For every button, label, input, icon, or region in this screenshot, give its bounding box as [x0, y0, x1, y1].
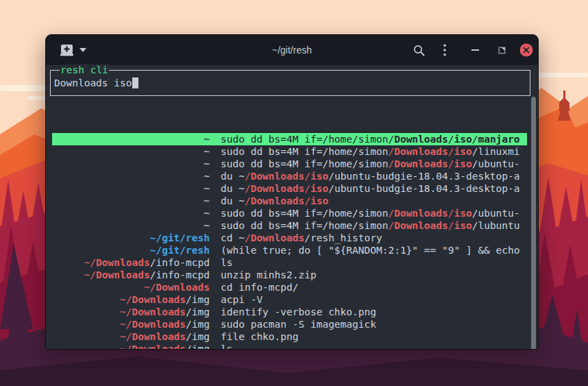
row-command: du ~/Downloads/iso/ubuntu-budgie-18.04.3… — [221, 170, 520, 182]
history-row[interactable]: ~/Downloads/imgacpi -V — [52, 293, 527, 306]
row-directory: ~ — [52, 219, 210, 232]
row-directory: ~/Downloads/img — [52, 343, 210, 350]
row-command: cd info-mcpd/ — [221, 281, 299, 293]
window-title: ~/git/resh — [46, 35, 538, 65]
history-row[interactable]: ~/Downloads/imgidentify -verbose chko.pn… — [52, 306, 527, 318]
history-row[interactable]: ~sudo dd bs=4M if=/home/simon/Downloads/… — [52, 219, 527, 232]
search-button[interactable] — [410, 35, 428, 65]
resh-frame-label: resh cli — [60, 64, 109, 76]
row-command: unzip minhs2.zip — [221, 269, 317, 281]
history-row[interactable]: ~du ~/Downloads/iso/ubuntu-budgie-18.04.… — [52, 182, 527, 195]
history-row[interactable]: ~du ~/Downloads/iso/ubuntu-budgie-18.04.… — [52, 170, 527, 182]
kebab-menu-icon — [443, 44, 446, 56]
row-directory: ~ — [52, 158, 210, 170]
close-button[interactable] — [517, 35, 535, 65]
history-row[interactable]: ~sudo dd bs=4M if=/home/simon/Downloads/… — [52, 145, 527, 158]
row-directory: ~ — [52, 170, 210, 182]
terminal-window: ~/git/resh — [45, 34, 539, 350]
row-directory: ~ — [52, 133, 210, 145]
row-command: sudo dd bs=4M if=/home/simon/Downloads/i… — [221, 219, 520, 232]
history-row[interactable]: ~sudo dd bs=4M if=/home/simon/Downloads/… — [52, 207, 527, 219]
row-command: acpi -V — [221, 293, 262, 306]
row-command: (while true; do [ "${RANDOM:2:1}" == "9"… — [221, 244, 520, 256]
menu-button[interactable] — [438, 35, 452, 65]
minimize-button[interactable] — [467, 35, 483, 65]
row-directory: ~/git/resh — [52, 244, 210, 256]
history-row[interactable]: ~/Downloads/info-mcpdls — [52, 256, 527, 269]
row-directory: ~/Downloads/info-mcpd — [52, 256, 210, 269]
search-input[interactable]: Downloads iso — [54, 77, 138, 89]
history-row[interactable]: ~du ~/Downloads/iso — [52, 195, 527, 207]
close-icon — [519, 43, 533, 57]
history-list: ~sudo dd bs=4M if=/home/simon/Downloads/… — [52, 133, 527, 350]
search-query-text: Downloads iso — [54, 77, 132, 88]
history-row[interactable]: ~sudo dd bs=4M if=/home/simon/Downloads/… — [52, 133, 527, 145]
row-directory: ~ — [52, 182, 210, 195]
row-command: cd ~/Downloads/resh_history — [221, 232, 382, 244]
titlebar: ~/git/resh — [46, 35, 538, 66]
row-command: identify -verbose chko.png — [221, 306, 376, 318]
history-row[interactable]: ~sudo dd bs=4M if=/home/simon/Downloads/… — [52, 158, 527, 170]
row-directory: ~/Downloads/info-mcpd — [52, 269, 210, 281]
row-directory: ~/Downloads/img — [52, 306, 210, 318]
row-command: sudo dd bs=4M if=/home/simon/Downloads/i… — [221, 207, 520, 219]
history-row[interactable]: ~/Downloads/imgfile chko.png — [52, 330, 527, 343]
row-directory: ~/Downloads/img — [52, 330, 210, 343]
row-directory: ~/git/resh — [52, 232, 210, 244]
row-directory: ~ — [52, 145, 210, 158]
history-row[interactable]: ~/Downloads/info-mcpdunzip minhs2.zip — [52, 269, 527, 281]
row-directory: ~ — [52, 195, 210, 207]
row-command: file chko.png — [221, 330, 299, 343]
row-command: du ~/Downloads/iso/ubuntu-budgie-18.04.3… — [221, 182, 520, 195]
restore-icon — [498, 47, 506, 54]
row-command: sudo dd bs=4M if=/home/simon/Downloads/i… — [221, 145, 520, 158]
restore-button[interactable] — [493, 35, 510, 65]
row-command: sudo dd bs=4M if=/home/simon/Downloads/i… — [221, 158, 520, 170]
terminal-content: resh cli Downloads iso ~sudo dd bs=4M if… — [46, 65, 538, 349]
history-row[interactable]: ~/git/reshcd ~/Downloads/resh_history — [52, 232, 527, 244]
row-command: sudo pacman -S imagemagick — [221, 318, 376, 330]
search-icon — [413, 45, 425, 56]
history-row[interactable]: ~/Downloads/imgls — [52, 343, 527, 350]
row-command: ls — [221, 256, 232, 269]
text-cursor — [132, 77, 138, 88]
row-command: ls — [221, 343, 232, 350]
resh-search-frame: resh cli Downloads iso — [50, 70, 530, 96]
scrollbar-thumb[interactable] — [531, 97, 536, 350]
row-command: du ~/Downloads/iso — [221, 195, 328, 207]
row-directory: ~ — [52, 207, 210, 219]
minimize-icon — [471, 49, 479, 51]
history-row[interactable]: ~/Downloadscd info-mcpd/ — [52, 281, 527, 293]
row-directory: ~/Downloads/img — [52, 293, 210, 306]
row-directory: ~/Downloads — [52, 281, 210, 293]
row-directory: ~/Downloads/img — [52, 318, 210, 330]
history-row[interactable]: ~/git/resh(while true; do [ "${RANDOM:2:… — [52, 244, 527, 256]
history-row[interactable]: ~/Downloads/imgsudo pacman -S imagemagic… — [52, 318, 527, 330]
row-command: sudo dd bs=4M if=/home/simon/Downloads/i… — [221, 133, 520, 145]
